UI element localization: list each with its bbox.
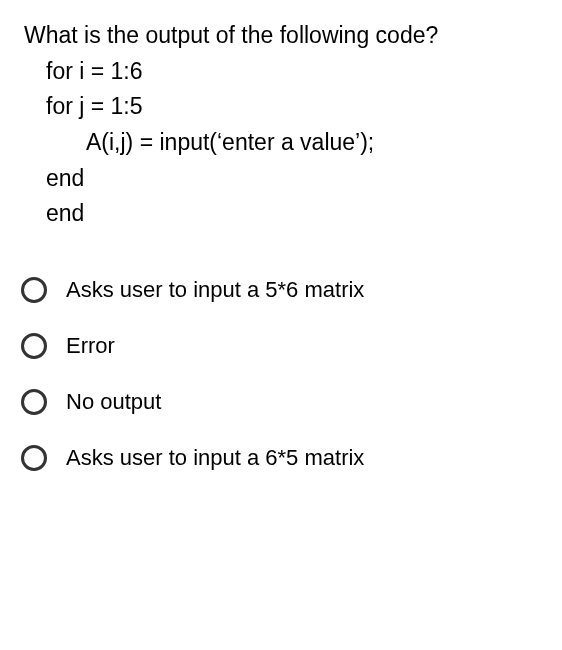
radio-icon[interactable] [20,388,48,416]
option-label: No output [66,389,161,415]
code-line: A(i,j) = input(‘enter a value’); [24,125,544,161]
code-line: for j = 1:5 [24,89,544,125]
code-line: end [24,161,544,197]
option-label: Error [66,333,115,359]
option-row[interactable]: Asks user to input a 5*6 matrix [20,262,562,318]
radio-icon[interactable] [20,444,48,472]
options-list: Asks user to input a 5*6 matrix Error No… [0,232,562,486]
radio-icon[interactable] [20,332,48,360]
radio-icon[interactable] [20,276,48,304]
question-block: What is the output of the following code… [0,0,562,232]
option-label: Asks user to input a 5*6 matrix [66,277,364,303]
option-row[interactable]: Error [20,318,562,374]
option-label: Asks user to input a 6*5 matrix [66,445,364,471]
code-line: for i = 1:6 [24,54,544,90]
option-row[interactable]: Asks user to input a 6*5 matrix [20,430,562,486]
code-line: end [24,196,544,232]
question-text-line: What is the output of the following code… [24,18,544,54]
option-row[interactable]: No output [20,374,562,430]
